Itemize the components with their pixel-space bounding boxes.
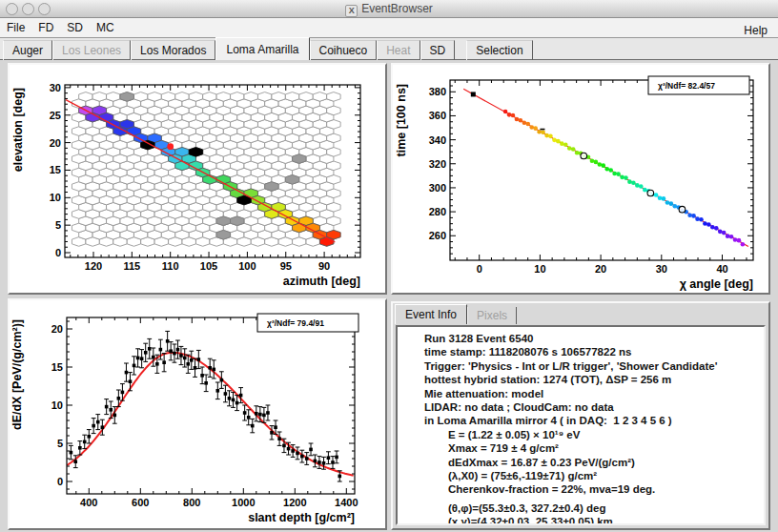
window-title: XEventBrowser bbox=[0, 0, 778, 17]
svg-text:100: 100 bbox=[238, 260, 256, 272]
svg-text:1000: 1000 bbox=[232, 497, 255, 508]
svg-text:105: 105 bbox=[200, 260, 217, 272]
time-x-axis-title: χ angle [deg] bbox=[680, 277, 753, 291]
camera-y-axis-title: elevation [deg] bbox=[11, 88, 25, 172]
profile-x-axis-title: slant depth [g/cm²] bbox=[248, 511, 355, 524]
svg-text:25: 25 bbox=[50, 110, 61, 121]
shower-info-line: E = (1.22 ± 0.05) × 10¹⁹ eV bbox=[448, 428, 760, 441]
svg-text:380: 380 bbox=[429, 86, 446, 97]
sdp-marker bbox=[167, 143, 174, 150]
svg-text:0: 0 bbox=[55, 247, 61, 258]
time-fit-plot-canvas[interactable]: 010203040260280300320340360380χ²/Ndf= 82… bbox=[393, 65, 768, 293]
menu-item-sd[interactable]: SD bbox=[60, 18, 90, 37]
geometry-info-line: (x,y)=(4.32±0.03, 25.33±0.05) km bbox=[448, 515, 760, 525]
svg-text:340: 340 bbox=[429, 134, 446, 146]
tab-coihueco[interactable]: Coihueco bbox=[310, 40, 378, 60]
black-dash-marker bbox=[540, 129, 544, 131]
camera-display-panel: 9095100105110115120051015202530azimuth [… bbox=[8, 63, 387, 295]
svg-text:360: 360 bbox=[429, 110, 446, 121]
event-info-line: time stamp: 1118208076 s 106577822 ns bbox=[424, 345, 760, 358]
svg-text:0: 0 bbox=[57, 476, 63, 487]
svg-text:110: 110 bbox=[162, 260, 179, 272]
event-info-line: Trigger: 'Physics - Int or L/R trigger',… bbox=[424, 359, 760, 373]
time-fit-panel: 010203040260280300320340360380χ²/Ndf= 82… bbox=[391, 63, 770, 295]
menu-bar: FileFDSDMC Help bbox=[0, 18, 778, 38]
shower-info-line: Cherenkov-fraction = 22%, mva=19 deg. bbox=[448, 482, 760, 496]
x11-icon: X bbox=[345, 5, 358, 17]
time-y-axis-title: time [100 ns] bbox=[395, 84, 408, 156]
svg-text:1400: 1400 bbox=[335, 497, 358, 508]
svg-text:800: 800 bbox=[183, 497, 200, 508]
svg-text:30: 30 bbox=[50, 82, 61, 93]
shower-info-line: (λ,X0) = (75±6,-119±71) g/cm² bbox=[448, 469, 760, 482]
info-tabs: Event InfoPixels bbox=[395, 304, 517, 324]
svg-text:10: 10 bbox=[50, 192, 61, 203]
svg-text:95: 95 bbox=[280, 260, 292, 272]
svg-text:320: 320 bbox=[429, 158, 446, 170]
tab-auger[interactable]: Auger bbox=[3, 40, 52, 60]
svg-text:115: 115 bbox=[123, 260, 140, 272]
svg-text:300: 300 bbox=[429, 182, 446, 194]
profile-y-axis-title: dE/dX [PeV/(g/cm²)] bbox=[10, 319, 24, 430]
stats-box: χ²/Ndf= 79.4/91 bbox=[257, 314, 358, 332]
svg-text:5: 5 bbox=[55, 219, 61, 231]
tab-loma-amarilla[interactable]: Loma Amarilla bbox=[215, 37, 309, 60]
svg-text:30: 30 bbox=[656, 263, 667, 275]
event-info-box: Run 3128 Event 6540time stamp: 111820807… bbox=[396, 325, 766, 525]
menu-items: FileFDSDMC bbox=[0, 21, 121, 34]
black-square-marker bbox=[471, 92, 476, 96]
eye-tabs: AugerLos LeonesLos MoradosLoma AmarillaC… bbox=[3, 37, 533, 60]
eye-tab-bar: AugerLos LeonesLos MoradosLoma AmarillaC… bbox=[0, 38, 778, 60]
window-title-text: EventBrowser bbox=[361, 2, 433, 15]
svg-text:10: 10 bbox=[534, 263, 545, 275]
svg-text:1200: 1200 bbox=[283, 497, 306, 508]
tab-los-leones[interactable]: Los Leones bbox=[52, 40, 131, 60]
profile-plot-canvas[interactable]: 40060080010001200140005101520χ²/Ndf= 79.… bbox=[10, 300, 385, 528]
svg-text:0: 0 bbox=[477, 263, 482, 275]
geometry-info-line: (θ,φ)=(55.3±0.3, 327.2±0.4) deg bbox=[448, 501, 760, 515]
tab-los-morados[interactable]: Los Morados bbox=[131, 40, 215, 60]
svg-text:20: 20 bbox=[50, 137, 61, 149]
event-info-line: LIDAR: no data ; CloudCam: no data bbox=[424, 400, 760, 414]
tab-selection[interactable]: Selection bbox=[466, 40, 532, 60]
event-info-line: in Loma Amarilla mirror 4 ( in DAQ: 1 2 … bbox=[424, 414, 760, 427]
menu-item-file[interactable]: File bbox=[0, 18, 31, 37]
stats-box: χ²/Ndf= 82.4/57 bbox=[648, 76, 749, 94]
profile-panel: 40060080010001200140005101520χ²/Ndf= 79.… bbox=[8, 298, 387, 530]
svg-text:280: 280 bbox=[429, 206, 446, 217]
shower-info-line: Xmax = 719 ± 4 g/cm² bbox=[448, 441, 760, 455]
tab-heat[interactable]: Heat bbox=[377, 40, 420, 60]
svg-text:χ²/Ndf= 79.4/91: χ²/Ndf= 79.4/91 bbox=[267, 318, 324, 328]
event-info-line: Mie attenuation: model bbox=[424, 387, 760, 400]
camera-plot-canvas[interactable]: 9095100105110115120051015202530azimuth [… bbox=[10, 65, 385, 293]
info-panel: Event InfoPixels Run 3128 Event 6540time… bbox=[391, 301, 770, 530]
svg-text:15: 15 bbox=[51, 361, 63, 373]
svg-text:20: 20 bbox=[51, 323, 63, 335]
menu-item-help[interactable]: Help bbox=[737, 21, 774, 40]
title-bar: XEventBrowser bbox=[0, 0, 778, 18]
menu-item-fd[interactable]: FD bbox=[31, 18, 60, 37]
svg-text:40: 40 bbox=[716, 263, 727, 275]
event-info-line: hottest hybrid station: 1274 (TOT), ΔSP … bbox=[424, 373, 760, 386]
menu-item-mc[interactable]: MC bbox=[90, 18, 121, 37]
event-info-line: Run 3128 Event 6540 bbox=[424, 332, 760, 345]
shower-info-line: dEdXmax = 16.87 ± 0.23 PeV/(g/cm²) bbox=[448, 456, 760, 469]
info-tab-event-info[interactable]: Event Info bbox=[395, 304, 467, 324]
svg-text:260: 260 bbox=[429, 230, 446, 241]
svg-text:20: 20 bbox=[595, 263, 606, 275]
svg-text:90: 90 bbox=[318, 260, 330, 272]
camera-x-axis-title: azimuth [deg] bbox=[283, 275, 360, 288]
svg-text:5: 5 bbox=[57, 438, 63, 449]
tab-sd[interactable]: SD bbox=[420, 40, 456, 60]
svg-text:15: 15 bbox=[50, 164, 61, 175]
svg-text:600: 600 bbox=[132, 497, 149, 508]
svg-text:120: 120 bbox=[85, 260, 102, 272]
svg-text:χ²/Ndf= 82.4/57: χ²/Ndf= 82.4/57 bbox=[658, 81, 715, 91]
svg-text:10: 10 bbox=[51, 399, 63, 411]
info-tab-pixels[interactable]: Pixels bbox=[467, 307, 517, 324]
svg-text:400: 400 bbox=[80, 497, 97, 508]
